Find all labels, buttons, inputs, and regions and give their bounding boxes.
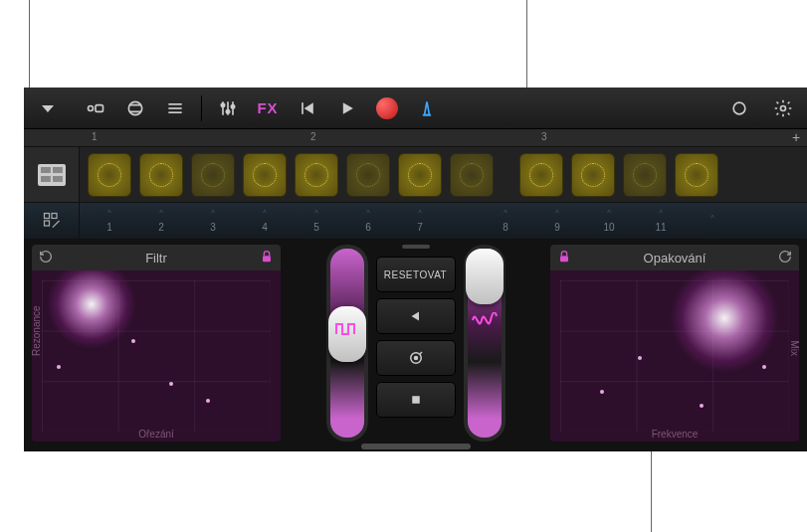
ruler-mark: 3 <box>541 131 547 142</box>
pads-container <box>80 147 807 202</box>
svg-rect-15 <box>44 214 49 219</box>
pad-cell[interactable] <box>450 153 494 197</box>
step-row: ˄1 ˄2 ˄3 ˄4 ˄5 ˄6 ˄7 ˄8 ˄9 ˄10 ˄11 ˄ <box>24 203 807 239</box>
record-button[interactable] <box>369 93 405 123</box>
svg-point-9 <box>231 104 234 107</box>
refresh-icon[interactable] <box>38 249 54 267</box>
pad-cell[interactable] <box>571 153 615 197</box>
drag-handle-icon[interactable] <box>402 245 430 249</box>
fx-panel-title: Opakování <box>578 251 771 266</box>
settings-button[interactable] <box>765 93 801 123</box>
app-window: FX 1 2 <box>24 88 807 451</box>
step-cell[interactable]: ˄11 <box>639 203 683 239</box>
reset-button[interactable]: RESETOVAT <box>376 257 456 292</box>
pad-cell[interactable] <box>88 153 131 197</box>
svg-rect-2 <box>96 104 103 111</box>
step-cell[interactable]: ˄ <box>691 203 734 239</box>
xy-pad-right[interactable]: Mix Frekvence <box>550 270 799 442</box>
fx-panel-header: Filtr <box>32 245 281 270</box>
step-numbers: ˄1 ˄2 ˄3 ˄4 ˄5 ˄6 ˄7 ˄8 ˄9 ˄10 ˄11 ˄ <box>80 203 807 239</box>
right-slider[interactable] <box>464 245 505 442</box>
refresh-icon[interactable] <box>777 249 793 267</box>
fx-panel-title: Filtr <box>60 251 253 266</box>
x-axis-label: Ořezání <box>138 429 174 440</box>
svg-rect-6 <box>168 111 181 113</box>
pads-track-row <box>24 147 807 203</box>
xy-pad-left[interactable]: Rezonance Ořezání <box>32 270 281 442</box>
lock-icon[interactable] <box>259 249 275 267</box>
pad-cell[interactable] <box>295 153 338 197</box>
fx-button[interactable]: FX <box>250 93 286 123</box>
list-view-button[interactable] <box>157 93 193 123</box>
svg-point-14 <box>781 105 786 110</box>
step-cell[interactable]: ˄8 <box>484 203 527 239</box>
step-cell[interactable]: ˄9 <box>535 203 579 239</box>
step-cell[interactable]: ˄10 <box>587 203 631 239</box>
step-cell[interactable]: ˄7 <box>398 203 442 239</box>
fx-area: Filtr Rezonance Ořezání <box>24 239 807 451</box>
svg-rect-22 <box>412 396 420 404</box>
grid-edit-button[interactable] <box>24 203 80 239</box>
view-focus-button[interactable] <box>78 93 113 123</box>
svg-point-1 <box>89 105 94 110</box>
svg-marker-11 <box>304 102 313 114</box>
y-axis-label: Mix <box>790 340 800 356</box>
reverse-button[interactable] <box>376 298 456 334</box>
pad-cell[interactable] <box>139 153 183 197</box>
svg-marker-0 <box>42 105 54 112</box>
lock-icon[interactable] <box>556 249 572 267</box>
step-cell[interactable]: ˄1 <box>88 203 131 239</box>
svg-point-3 <box>128 101 141 114</box>
pad-cell[interactable] <box>519 153 563 197</box>
stop-button[interactable] <box>376 382 456 418</box>
pad-cell[interactable] <box>191 153 235 197</box>
loop-button[interactable] <box>721 93 757 123</box>
fx-panel-right: Opakování Mix Frekvence <box>550 245 799 442</box>
y-axis-label: Rezonance <box>32 305 42 356</box>
svg-rect-23 <box>560 256 568 262</box>
prev-button[interactable] <box>290 93 325 123</box>
svg-rect-10 <box>302 102 303 114</box>
timeline-ruler[interactable]: 1 2 3 + <box>24 129 807 147</box>
pad-cell[interactable] <box>346 153 390 197</box>
step-cell[interactable]: ˄4 <box>243 203 287 239</box>
svg-point-8 <box>226 109 229 112</box>
main-toolbar: FX <box>24 88 807 129</box>
left-slider[interactable] <box>326 245 368 442</box>
metronome-button[interactable] <box>409 93 445 123</box>
pad-cell[interactable] <box>675 153 718 197</box>
pad-cell[interactable] <box>623 153 667 197</box>
drum-machine-icon <box>38 164 66 186</box>
svg-rect-5 <box>168 107 181 109</box>
play-button[interactable] <box>329 93 365 123</box>
dropdown-menu-button[interactable] <box>30 93 66 123</box>
track-header[interactable] <box>24 147 80 202</box>
fx-panel-header: Opakování <box>550 245 799 270</box>
browser-button[interactable] <box>117 93 153 123</box>
step-cell[interactable]: ˄2 <box>139 203 183 239</box>
svg-marker-19 <box>411 312 419 321</box>
step-cell[interactable]: ˄6 <box>346 203 390 239</box>
svg-point-13 <box>733 102 745 114</box>
mixer-button[interactable] <box>210 93 246 123</box>
svg-rect-17 <box>52 214 57 219</box>
svg-point-21 <box>414 357 417 360</box>
pad-cell[interactable] <box>398 153 442 197</box>
pad-cell[interactable] <box>243 153 287 197</box>
fx-panel-left: Filtr Rezonance Ořezání <box>32 245 281 442</box>
svg-marker-12 <box>343 102 353 114</box>
step-cell[interactable]: ˄5 <box>295 203 338 239</box>
ruler-mark: 2 <box>310 131 316 142</box>
svg-rect-18 <box>263 256 271 262</box>
step-cell[interactable]: ˄3 <box>191 203 235 239</box>
bottom-drag-handle[interactable] <box>361 443 471 449</box>
svg-rect-16 <box>44 221 49 226</box>
ruler-mark: 1 <box>92 131 98 142</box>
center-button-stack: RESETOVAT <box>376 245 456 442</box>
add-section-button[interactable]: + <box>789 130 803 144</box>
svg-rect-4 <box>168 103 181 105</box>
svg-point-7 <box>221 103 224 106</box>
fx-center-controls: RESETOVAT <box>289 245 542 442</box>
scratch-button[interactable] <box>376 340 456 376</box>
x-axis-label: Frekvence <box>652 429 699 440</box>
